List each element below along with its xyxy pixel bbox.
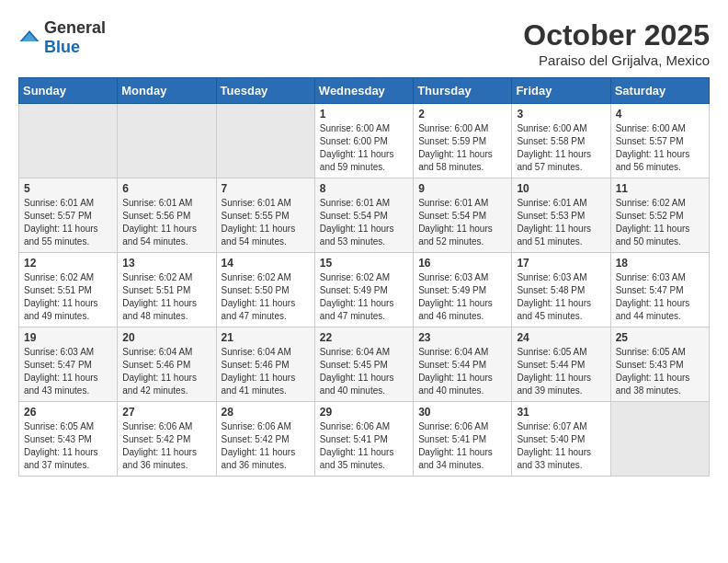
day-number: 18: [616, 257, 704, 270]
day-info: Sunrise: 6:00 AMSunset: 5:58 PMDaylight:…: [517, 122, 605, 174]
weekday-header-saturday: Saturday: [610, 78, 709, 104]
day-number: 4: [616, 108, 704, 121]
day-info: Sunrise: 6:00 AMSunset: 6:00 PMDaylight:…: [320, 122, 408, 174]
day-number: 2: [418, 108, 506, 121]
calendar-cell: 15Sunrise: 6:02 AMSunset: 5:49 PMDayligh…: [314, 253, 413, 327]
calendar-cell: 8Sunrise: 6:01 AMSunset: 5:54 PMDaylight…: [314, 178, 413, 253]
day-info: Sunrise: 6:05 AMSunset: 5:43 PMDaylight:…: [616, 346, 704, 397]
day-info: Sunrise: 6:03 AMSunset: 5:48 PMDaylight:…: [517, 271, 605, 323]
day-number: 30: [418, 406, 506, 419]
day-number: 5: [24, 182, 112, 195]
day-info: Sunrise: 6:01 AMSunset: 5:56 PMDaylight:…: [122, 197, 210, 248]
day-number: 15: [320, 257, 408, 270]
day-info: Sunrise: 6:05 AMSunset: 5:43 PMDaylight:…: [24, 420, 112, 472]
day-number: 14: [222, 257, 310, 270]
day-number: 26: [24, 406, 112, 419]
weekday-header-wednesday: Wednesday: [314, 78, 413, 104]
page-header: General Blue October 2025 Paraiso del Gr…: [18, 18, 710, 68]
day-number: 8: [320, 182, 408, 195]
day-info: Sunrise: 6:04 AMSunset: 5:46 PMDaylight:…: [222, 346, 310, 397]
calendar-cell: 31Sunrise: 6:07 AMSunset: 5:40 PMDayligh…: [512, 402, 610, 477]
day-number: 16: [418, 257, 506, 270]
logo-icon: [18, 27, 40, 49]
logo: General Blue: [18, 18, 106, 57]
day-info: Sunrise: 6:06 AMSunset: 5:42 PMDaylight:…: [222, 420, 310, 472]
calendar-cell: 19Sunrise: 6:03 AMSunset: 5:47 PMDayligh…: [19, 327, 118, 402]
calendar-cell: 10Sunrise: 6:01 AMSunset: 5:53 PMDayligh…: [512, 178, 610, 253]
calendar-cell: [19, 104, 118, 178]
day-number: 28: [222, 406, 310, 419]
day-number: 3: [517, 108, 605, 121]
day-info: Sunrise: 6:01 AMSunset: 5:57 PMDaylight:…: [24, 197, 112, 248]
day-number: 31: [517, 406, 605, 419]
day-number: 27: [122, 406, 210, 419]
day-number: 13: [122, 257, 210, 270]
day-number: 11: [616, 182, 704, 195]
calendar-cell: 28Sunrise: 6:06 AMSunset: 5:42 PMDayligh…: [216, 402, 314, 477]
calendar-cell: 14Sunrise: 6:02 AMSunset: 5:50 PMDayligh…: [216, 253, 314, 327]
day-info: Sunrise: 6:03 AMSunset: 5:47 PMDaylight:…: [24, 346, 112, 397]
day-number: 21: [222, 331, 310, 344]
day-info: Sunrise: 6:02 AMSunset: 5:50 PMDaylight:…: [222, 271, 310, 323]
day-info: Sunrise: 6:05 AMSunset: 5:44 PMDaylight:…: [517, 346, 605, 397]
day-info: Sunrise: 6:04 AMSunset: 5:44 PMDaylight:…: [418, 346, 506, 397]
calendar-cell: 12Sunrise: 6:02 AMSunset: 5:51 PMDayligh…: [19, 253, 118, 327]
week-row-5: 26Sunrise: 6:05 AMSunset: 5:43 PMDayligh…: [19, 402, 710, 477]
logo-general: General: [44, 18, 106, 37]
week-row-4: 19Sunrise: 6:03 AMSunset: 5:47 PMDayligh…: [19, 327, 710, 402]
day-number: 23: [418, 331, 506, 344]
day-info: Sunrise: 6:02 AMSunset: 5:51 PMDaylight:…: [122, 271, 210, 323]
weekday-header-thursday: Thursday: [414, 78, 512, 104]
day-info: Sunrise: 6:01 AMSunset: 5:54 PMDaylight:…: [418, 197, 506, 248]
title-block: October 2025 Paraiso del Grijalva, Mexic…: [523, 18, 710, 68]
weekday-header-tuesday: Tuesday: [216, 78, 314, 104]
calendar-cell: 18Sunrise: 6:03 AMSunset: 5:47 PMDayligh…: [610, 253, 709, 327]
day-info: Sunrise: 6:03 AMSunset: 5:47 PMDaylight:…: [616, 271, 704, 323]
day-number: 10: [517, 182, 605, 195]
day-number: 22: [320, 331, 408, 344]
day-info: Sunrise: 6:06 AMSunset: 5:42 PMDaylight:…: [122, 420, 210, 472]
month-title: October 2025: [523, 18, 710, 52]
week-row-3: 12Sunrise: 6:02 AMSunset: 5:51 PMDayligh…: [19, 253, 710, 327]
day-info: Sunrise: 6:06 AMSunset: 5:41 PMDaylight:…: [418, 420, 506, 472]
day-info: Sunrise: 6:01 AMSunset: 5:53 PMDaylight:…: [517, 197, 605, 248]
calendar-cell: 24Sunrise: 6:05 AMSunset: 5:44 PMDayligh…: [512, 327, 610, 402]
day-number: 9: [418, 182, 506, 195]
calendar-cell: 1Sunrise: 6:00 AMSunset: 6:00 PMDaylight…: [314, 104, 413, 178]
day-info: Sunrise: 6:01 AMSunset: 5:54 PMDaylight:…: [320, 197, 408, 248]
day-number: 7: [222, 182, 310, 195]
day-info: Sunrise: 6:02 AMSunset: 5:52 PMDaylight:…: [616, 197, 704, 248]
calendar-cell: 9Sunrise: 6:01 AMSunset: 5:54 PMDaylight…: [414, 178, 512, 253]
calendar-cell: 29Sunrise: 6:06 AMSunset: 5:41 PMDayligh…: [314, 402, 413, 477]
day-info: Sunrise: 6:06 AMSunset: 5:41 PMDaylight:…: [320, 420, 408, 472]
calendar-cell: 17Sunrise: 6:03 AMSunset: 5:48 PMDayligh…: [512, 253, 610, 327]
day-number: 29: [320, 406, 408, 419]
location: Paraiso del Grijalva, Mexico: [523, 52, 710, 68]
calendar-cell: 13Sunrise: 6:02 AMSunset: 5:51 PMDayligh…: [118, 253, 216, 327]
day-info: Sunrise: 6:02 AMSunset: 5:51 PMDaylight:…: [24, 271, 112, 323]
calendar-cell: 5Sunrise: 6:01 AMSunset: 5:57 PMDaylight…: [19, 178, 118, 253]
day-number: 12: [24, 257, 112, 270]
day-info: Sunrise: 6:00 AMSunset: 5:57 PMDaylight:…: [616, 122, 704, 174]
day-info: Sunrise: 6:04 AMSunset: 5:45 PMDaylight:…: [320, 346, 408, 397]
calendar-cell: 21Sunrise: 6:04 AMSunset: 5:46 PMDayligh…: [216, 327, 314, 402]
calendar-cell: 6Sunrise: 6:01 AMSunset: 5:56 PMDaylight…: [118, 178, 216, 253]
calendar-cell: 11Sunrise: 6:02 AMSunset: 5:52 PMDayligh…: [610, 178, 709, 253]
calendar-cell: 7Sunrise: 6:01 AMSunset: 5:55 PMDaylight…: [216, 178, 314, 253]
day-info: Sunrise: 6:04 AMSunset: 5:46 PMDaylight:…: [122, 346, 210, 397]
day-info: Sunrise: 6:02 AMSunset: 5:49 PMDaylight:…: [320, 271, 408, 323]
calendar-cell: 22Sunrise: 6:04 AMSunset: 5:45 PMDayligh…: [314, 327, 413, 402]
calendar-cell: 16Sunrise: 6:03 AMSunset: 5:49 PMDayligh…: [414, 253, 512, 327]
day-info: Sunrise: 6:00 AMSunset: 5:59 PMDaylight:…: [418, 122, 506, 174]
day-number: 1: [320, 108, 408, 121]
calendar-cell: 25Sunrise: 6:05 AMSunset: 5:43 PMDayligh…: [610, 327, 709, 402]
weekday-header-row: SundayMondayTuesdayWednesdayThursdayFrid…: [19, 78, 710, 104]
week-row-2: 5Sunrise: 6:01 AMSunset: 5:57 PMDaylight…: [19, 178, 710, 253]
calendar-cell: [610, 402, 709, 477]
day-number: 17: [517, 257, 605, 270]
calendar-cell: 26Sunrise: 6:05 AMSunset: 5:43 PMDayligh…: [19, 402, 118, 477]
day-info: Sunrise: 6:03 AMSunset: 5:49 PMDaylight:…: [418, 271, 506, 323]
day-number: 25: [616, 331, 704, 344]
calendar-cell: [118, 104, 216, 178]
calendar-cell: 20Sunrise: 6:04 AMSunset: 5:46 PMDayligh…: [118, 327, 216, 402]
